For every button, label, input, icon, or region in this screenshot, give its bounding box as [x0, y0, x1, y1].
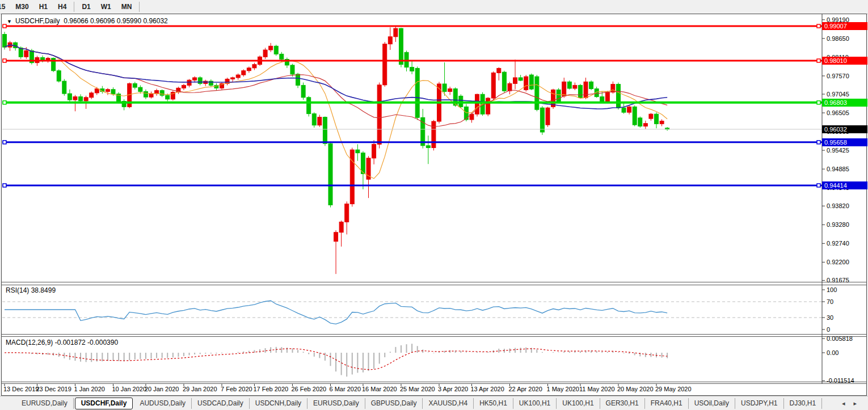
- timeframe-button-m30[interactable]: M30: [10, 2, 33, 12]
- chart-tab-hk50-h1[interactable]: HK50,H1: [474, 398, 513, 409]
- tab-scroll-arrows-icon[interactable]: ◂ ▸: [834, 400, 868, 407]
- chart-tab-xauusd-h4[interactable]: XAUUSD,H4: [423, 398, 474, 409]
- price-line-badge: 0.96032: [822, 125, 867, 133]
- price-axis-tick: 0.93280: [827, 221, 849, 228]
- date-axis-label: 20 Jan 2020: [145, 386, 179, 392]
- date-axis-label: 22 Apr 2020: [508, 386, 542, 392]
- price-axis-tick: 0.97045: [827, 91, 849, 98]
- rsi-axis-tick: 70: [827, 298, 833, 305]
- chart-tab-bar: EURUSD,DailyUSDCHF,DailyAUDUSD,DailyUSDC…: [0, 396, 868, 410]
- date-axis-label: 3 Apr 2020: [438, 386, 468, 392]
- chart-tab-ger30-h1[interactable]: GER30,H1: [600, 398, 645, 409]
- chart-tab-gbpusd-daily[interactable]: GBPUSD,Daily: [365, 398, 423, 409]
- chart-tab-usdcad-daily[interactable]: USDCAD,Daily: [192, 398, 250, 409]
- price-axis-tick: 0.94885: [827, 166, 849, 172]
- rsi-axis-tick: 0: [827, 326, 830, 333]
- chart-tab-usdcnh-daily[interactable]: USDCNH,Daily: [250, 398, 307, 409]
- price-axis-tick: 0.98650: [827, 35, 849, 42]
- price-line-badge: 0.99007: [822, 22, 867, 30]
- date-axis-label: 29 May 2020: [655, 386, 692, 392]
- date-axis-label: 16 Mar 2020: [362, 386, 397, 392]
- macd-axis-tick: 0.005818: [827, 335, 853, 342]
- chart-tab-uk100-h1[interactable]: UK100,H1: [513, 398, 557, 409]
- date-axis-label: 13 Dec 2019: [3, 386, 39, 392]
- price-axis-tick: 0.91675: [827, 277, 849, 284]
- rsi-axis-tick: 30: [827, 314, 833, 321]
- mt4-window: { "toolbar": { "items": [ {"label":"15",…: [0, 0, 868, 410]
- chart-ohlc-values: 0.96066 0.96096 0.95990 0.96032: [64, 17, 168, 25]
- chart-tab-eurusd-daily[interactable]: EURUSD,Daily: [16, 398, 74, 409]
- chart-symbol-label: USDCHF,Daily: [15, 17, 60, 25]
- price-axis-tick: 0.96505: [827, 109, 849, 116]
- chart-tab-usoil-daily[interactable]: USOil,Daily: [689, 398, 735, 409]
- timeframe-button-w1[interactable]: W1: [96, 2, 116, 12]
- chart-dropdown-icon[interactable]: ▼: [7, 19, 12, 24]
- price-axis-tick: 0.97570: [827, 73, 849, 79]
- chart-tab-eurusd-daily[interactable]: EURUSD,Daily: [307, 398, 365, 409]
- price-axis-tick: 0.92200: [827, 259, 849, 265]
- date-axis-label: 1 Jan 2020: [74, 386, 104, 392]
- timeframe-button-d1[interactable]: D1: [77, 2, 95, 12]
- date-axis-label: 13 Apr 2020: [470, 386, 504, 392]
- timeframe-toolbar: 15M30H1H4D1W1MN: [0, 0, 868, 14]
- chart-tab-audusd-daily[interactable]: AUDUSD,Daily: [134, 398, 192, 409]
- rsi-axis-tick: 100: [827, 286, 837, 293]
- date-axis-label: 6 Mar 2020: [330, 386, 361, 392]
- timeframe-button-mn[interactable]: MN: [116, 2, 137, 12]
- timeframe-button-15[interactable]: 15: [0, 2, 10, 12]
- price-line-badge: 0.96803: [822, 99, 867, 107]
- date-axis-label: 29 Jan 2020: [183, 386, 217, 392]
- date-axis-label: 25 Mar 2020: [400, 386, 435, 392]
- date-axis-label: 10 Jan 2020: [112, 386, 147, 392]
- price-line-badge: 0.94414: [822, 181, 867, 189]
- macd-axis-tick: -0.011514: [827, 377, 854, 384]
- timeframe-button-h4[interactable]: H4: [53, 2, 71, 12]
- toolbar-separator: [139, 2, 140, 12]
- date-axis-label: 23 Dec 2019: [36, 386, 71, 392]
- chart-tab-fra40-h1[interactable]: FRA40,H1: [645, 398, 689, 409]
- rsi-label: RSI(14) 38.8499: [6, 286, 56, 294]
- date-axis-label: 17 Feb 2020: [253, 386, 288, 392]
- chart-tab-dj30-h1[interactable]: DJ30,H1: [784, 398, 823, 409]
- date-axis-label: 1 May 2020: [547, 386, 579, 392]
- toolbar-separator: [74, 2, 74, 12]
- date-axis-label: 20 May 2020: [617, 386, 654, 392]
- macd-axis-tick: 0.00: [827, 349, 838, 356]
- price-axis-tick: 0.92740: [827, 240, 849, 247]
- price-axis-tick: 0.95425: [827, 147, 849, 154]
- chart-window[interactable]: [1, 14, 867, 396]
- chart-tab-usdjpy-h1[interactable]: USDJPY,H1: [735, 398, 783, 409]
- chart-title: ▼USDCHF,Daily 0.96066 0.96096 0.95990 0.…: [7, 17, 168, 25]
- macd-label: MACD(12,26,9) -0.001872 -0.000390: [6, 339, 118, 346]
- price-line-badge: 0.95658: [822, 138, 867, 146]
- date-axis-label: 11 May 2020: [579, 386, 615, 392]
- chart-tab-uk100-h1[interactable]: UK100,H1: [557, 398, 600, 409]
- chart-tab-usdchf-daily[interactable]: USDCHF,Daily: [75, 398, 133, 409]
- date-axis-label: 26 Feb 2020: [291, 386, 326, 392]
- date-axis-label: 7 Feb 2020: [221, 386, 252, 392]
- price-axis-tick: 0.93820: [827, 202, 849, 209]
- price-line-badge: 0.98010: [822, 57, 867, 65]
- timeframe-button-h1[interactable]: H1: [34, 2, 53, 12]
